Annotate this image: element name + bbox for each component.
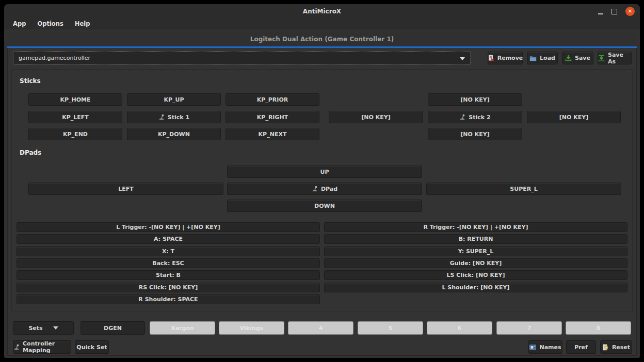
names-label: Names [539, 344, 561, 351]
remove-button-label: Remove [497, 55, 523, 61]
reset-label: Reset [612, 344, 630, 351]
screenshot-root: AntiMicroX ✕ App Options Help Logitech D… [0, 0, 644, 362]
a-button-label: A: SPACE [154, 236, 183, 242]
set-tab-6-label: 6 [458, 325, 462, 332]
dpad-center-button[interactable]: DPad [227, 183, 422, 195]
back-button[interactable]: Back: ESC [17, 258, 320, 268]
guide-button-label: Guide: [NO KEY] [450, 260, 502, 267]
set-tab-3-label: Vikings [240, 325, 263, 332]
stick1-up-right-button[interactable]: KP_PRIOR [226, 93, 319, 106]
reset-button[interactable]: Reset [600, 340, 632, 354]
stick1-down-right-button[interactable]: KP_NEXT [226, 128, 319, 140]
profile-combobox-value: gamepad.gamecontroller [19, 55, 90, 61]
stick1-up-label: KP_UP [164, 96, 184, 103]
profile-combobox[interactable]: gamepad.gamecontroller [13, 52, 471, 64]
dpad-center-label: DPad [321, 186, 337, 192]
a-button[interactable]: A: SPACE [17, 234, 320, 244]
close-button[interactable]: ✕ [625, 7, 635, 16]
window-controls: ✕ [598, 4, 635, 19]
menu-options[interactable]: Options [33, 19, 68, 28]
dpad-up-label: UP [320, 169, 329, 175]
pref-button[interactable]: Pref [566, 340, 596, 354]
stick2-right-label: [NO KEY] [559, 114, 588, 121]
guide-button[interactable]: Guide: [NO KEY] [324, 258, 627, 268]
y-button[interactable]: Y: SUPER_L [324, 246, 627, 256]
stick1-center-button[interactable]: Stick 1 [127, 111, 221, 123]
chevron-down-icon [460, 57, 465, 60]
dpad-right-button[interactable]: SUPER_L [426, 183, 621, 195]
joystick-icon [158, 114, 165, 120]
set-tab-6[interactable]: 6 [427, 321, 492, 335]
l-shoulder-button[interactable]: L Shoulder: [NO KEY] [324, 283, 627, 292]
start-button-label: Start: B [156, 272, 181, 278]
r-shoulder-button[interactable]: R Shoulder: SPACE [17, 294, 320, 304]
remove-profile-icon [488, 55, 494, 61]
dpads-section-label: DPads [20, 149, 41, 156]
names-button[interactable]: Names [528, 340, 562, 354]
chevron-down-icon [53, 326, 58, 330]
dpad-left-button[interactable]: LEFT [28, 183, 223, 195]
stick2-down-button[interactable]: [NO KEY] [428, 128, 522, 140]
l-trigger-label: L Trigger: -[NO KEY] | +[NO KEY] [116, 224, 220, 231]
open-folder-icon [529, 55, 537, 61]
minimize-button[interactable] [598, 9, 603, 14]
dpad-right-label: SUPER_L [510, 186, 537, 192]
stick1-right-label: KP_RIGHT [257, 114, 288, 121]
set-tab-2[interactable]: Xargon [150, 321, 215, 335]
save-as-icon [598, 55, 605, 61]
l-trigger-button[interactable]: L Trigger: -[NO KEY] | +[NO KEY] [17, 222, 320, 232]
menu-help[interactable]: Help [70, 19, 95, 28]
stick1-up-left-button[interactable]: KP_HOME [28, 93, 122, 106]
sets-menu-button[interactable]: Sets [13, 321, 74, 335]
save-as-button[interactable]: Save As [598, 52, 632, 64]
remove-button[interactable]: Remove [488, 52, 523, 64]
set-tab-1[interactable]: DGEN [81, 321, 145, 335]
menu-app[interactable]: App [8, 19, 30, 28]
stick2-center-button[interactable]: Stick 2 [428, 111, 522, 123]
x-button[interactable]: X: T [17, 246, 320, 256]
sticks-section-label: Sticks [20, 77, 41, 85]
set-tab-3[interactable]: Vikings [219, 321, 284, 335]
set-tab-7[interactable]: 7 [496, 321, 562, 335]
stick2-up-label: [NO KEY] [460, 96, 489, 103]
set-tab-4[interactable]: 4 [288, 321, 353, 335]
load-button-label: Load [540, 55, 555, 61]
joystick-icon [459, 114, 465, 120]
set-tab-8[interactable]: 8 [566, 321, 631, 335]
joystick-icon [13, 344, 20, 350]
set-tab-5-label: 5 [389, 325, 393, 332]
save-icon [565, 55, 572, 61]
stick2-up-button[interactable]: [NO KEY] [428, 93, 522, 106]
stick1-down-left-label: KP_END [63, 131, 88, 138]
sets-menu-label: Sets [28, 325, 42, 332]
dpad-up-button[interactable]: UP [227, 166, 422, 178]
quick-set-label: Quick Set [76, 344, 107, 351]
stick2-right-button[interactable]: [NO KEY] [527, 111, 621, 123]
y-button-label: Y: SUPER_L [458, 248, 494, 255]
stick2-left-button[interactable]: [NO KEY] [329, 111, 423, 123]
quick-set-button[interactable]: Quick Set [75, 340, 109, 354]
stick1-left-button[interactable]: KP_LEFT [28, 111, 122, 123]
stick2-left-label: [NO KEY] [361, 114, 390, 121]
dpad-down-button[interactable]: DOWN [227, 200, 422, 212]
b-button[interactable]: B: RETURN [324, 234, 627, 244]
ls-click-button[interactable]: LS Click: [NO KEY] [324, 270, 627, 280]
maximize-button[interactable] [611, 9, 617, 14]
load-button[interactable]: Load [527, 52, 558, 64]
save-button[interactable]: Save [562, 52, 593, 64]
stick1-right-button[interactable]: KP_RIGHT [226, 111, 319, 123]
stick1-down-button[interactable]: KP_DOWN [127, 128, 221, 140]
reset-icon [602, 344, 609, 351]
stick1-down-left-button[interactable]: KP_END [28, 128, 122, 140]
start-button[interactable]: Start: B [17, 270, 320, 280]
l-shoulder-label: L Shoulder: [NO KEY] [442, 284, 509, 291]
dpad-left-label: LEFT [118, 186, 134, 192]
save-as-button-label: Save As [608, 52, 631, 65]
set-tab-7-label: 7 [527, 325, 532, 332]
rs-click-button[interactable]: RS Click: [NO KEY] [17, 283, 320, 292]
stick1-up-button[interactable]: KP_UP [127, 93, 221, 106]
set-tab-5[interactable]: 5 [358, 321, 423, 335]
r-trigger-button[interactable]: R Trigger: -[NO KEY] | +[NO KEY] [324, 222, 627, 232]
controller-mapping-button[interactable]: Controller Mapping [13, 340, 71, 354]
controller-tab[interactable]: Logitech Dual Action (Game Controller 1) [7, 32, 637, 48]
